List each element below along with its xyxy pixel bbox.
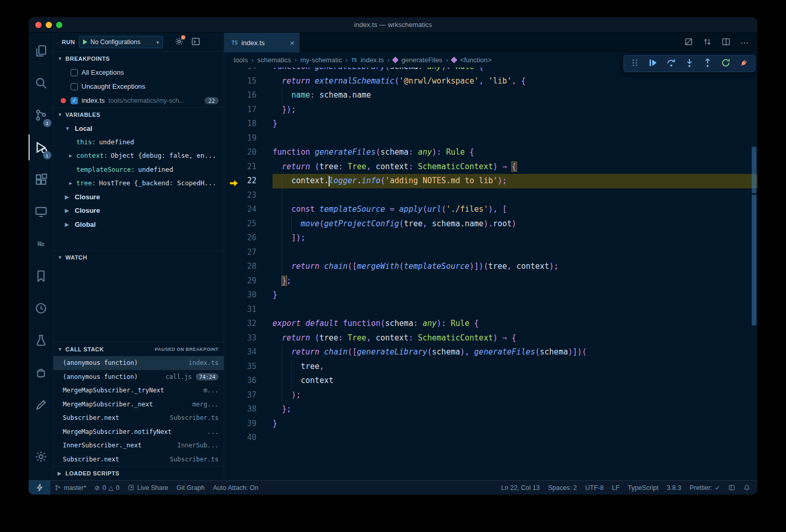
gutter[interactable]: 40 [224,431,273,445]
breadcrumb-item[interactable]: my-schematic [301,56,342,64]
line-number[interactable]: 17 [224,103,256,117]
code-line-content[interactable]: } [273,288,757,303]
run-debug-icon[interactable]: 1 [29,131,53,163]
checkbox[interactable]: ✓ [71,97,78,104]
line-number[interactable]: 37 [224,388,256,403]
step-into-button[interactable] [685,58,694,70]
loaded-scripts-section-header[interactable]: ▶ LOADED SCRIPTS [53,466,224,480]
cursor-position-item[interactable]: Ln 22, Col 13 [497,481,544,495]
code-line[interactable]: 29 }; [224,274,757,289]
variable-tree[interactable]: ▶ tree: HostTree {_backend: ScopedH... [53,176,224,190]
stack-frame[interactable]: MergeMapSubscriber._tryNext m... [53,384,224,398]
variables-scope-closure[interactable]: ▶ Closure [53,204,224,218]
code-line-content[interactable]: context [273,374,757,388]
timeline-clock-icon[interactable] [29,292,53,324]
step-out-button[interactable] [703,58,712,70]
variables-section-header[interactable]: ▼ VARIABLES [53,107,224,121]
variables-scope-closure[interactable]: ▶ Closure [53,190,224,204]
breadcrumb-item[interactable]: schematics [257,56,291,64]
gutter[interactable]: 17 [224,103,273,117]
scrollbar-decoration[interactable] [752,147,756,193]
code-line[interactable]: 36 context [224,374,757,388]
nx-console-icon[interactable]: N≥ [29,228,53,260]
code-line[interactable]: 31 [224,303,757,317]
line-number[interactable]: 19 [224,131,256,146]
settings-gear-icon[interactable] [29,441,53,473]
line-number[interactable]: 30 [224,288,256,303]
code-editor[interactable]: 14function generateLibrary(schema: any):… [224,67,757,480]
language-mode-item[interactable]: TypeScript [624,481,662,495]
line-number[interactable]: 25 [224,217,256,231]
code-line[interactable]: 25 move(getProjectConfig(tree, schema.na… [224,217,757,231]
line-number[interactable]: 14 [224,67,256,74]
code-line-content[interactable]: const templateSource = apply(url('./file… [273,202,757,217]
line-number[interactable]: 18 [224,117,256,131]
line-number[interactable]: 33 [224,331,256,346]
code-line-content[interactable]: ); [273,388,757,403]
gutter[interactable]: 33 [224,331,273,346]
code-line[interactable]: 21 return (tree: Tree, context: Schemati… [224,160,757,174]
continue-button[interactable] [648,58,658,70]
breakpoint-uncaught-exceptions[interactable]: Uncaught Exceptions [53,79,224,93]
open-debug-console-icon[interactable] [191,37,200,48]
breakpoints-section-header[interactable]: ▼ BREAKPOINTS [53,51,224,65]
gutter[interactable]: 25 [224,217,273,231]
line-number[interactable]: 16 [224,88,256,103]
scrollbar-decoration[interactable] [752,195,756,325]
line-number[interactable]: 36 [224,374,256,388]
watch-section-header[interactable]: ▼ WATCH [53,250,224,264]
line-number[interactable]: 40 [224,431,256,445]
breadcrumb-item[interactable]: tools [234,56,248,64]
code-line[interactable]: 34 return chain([generateLibrary(schema)… [224,345,757,360]
line-number[interactable]: 35 [224,360,256,374]
code-line[interactable]: 23 [224,188,757,203]
gutter[interactable]: 26 [224,231,273,245]
code-line-content[interactable] [273,131,757,146]
pen-icon[interactable] [29,389,53,421]
tab-index-ts[interactable]: TS index.ts × [224,33,300,52]
code-line-content[interactable]: export default function(schema: any): Ru… [273,317,757,331]
code-line[interactable]: 32export default function(schema: any): … [224,317,757,331]
code-line[interactable]: 30} [224,288,757,303]
variable-this[interactable]: this: undefined [53,135,224,149]
gutter[interactable]: 37 [224,388,273,403]
line-number[interactable]: 39 [224,417,256,431]
line-number[interactable]: 20 [224,145,256,160]
extensions-icon[interactable] [29,163,53,196]
gutter[interactable]: 36 [224,374,273,388]
breakpoint-index-ts[interactable]: ✓ index.ts tools/schematics/my-sch... 22 [53,93,224,107]
launch-config-dropdown[interactable]: No Configurations ▾ [79,36,163,48]
gutter[interactable]: 30 [224,288,273,303]
code-line-content[interactable]: } [273,117,757,131]
remote-indicator[interactable] [29,481,50,495]
gutter[interactable]: 22 [224,174,273,188]
code-line[interactable]: 28 return chain([mergeWith(templateSourc… [224,260,757,274]
code-line-content[interactable] [273,303,757,317]
code-line-content[interactable]: }; [273,274,757,289]
code-line[interactable]: 38 }; [224,402,757,417]
gutter[interactable]: 24 [224,202,273,217]
start-debug-icon[interactable] [83,39,87,45]
code-line[interactable]: 18} [224,117,757,131]
code-line[interactable]: 17 }); [224,103,757,117]
code-line-content[interactable]: name: schema.name [273,88,757,103]
variables-scope-local[interactable]: ▼ Local [53,121,224,135]
git-branch-item[interactable]: master* [50,481,90,495]
test-beaker-icon[interactable] [29,324,53,357]
code-line[interactable]: 20function generateFiles(schema: any): R… [224,145,757,160]
stack-frame[interactable]: Subscriber.next Subscriber.ts [53,453,224,467]
stack-frame[interactable]: MergeMapSubscriber.notifyNext ... [53,425,224,439]
line-number[interactable]: 21 [224,160,256,174]
code-line-content[interactable]: move(getProjectConfig(tree, schema.name)… [273,217,757,231]
stack-frame[interactable]: MergeMapSubscriber._next merg... [53,398,224,412]
code-line-content[interactable]: }; [273,402,757,417]
gutter[interactable]: 21 [224,160,273,174]
line-number[interactable]: 23 [224,188,256,203]
variable-templatesource[interactable]: templateSource: undefined [53,162,224,176]
line-number[interactable]: 15 [224,74,256,89]
gutter[interactable]: 19 [224,131,273,146]
gutter[interactable]: 23 [224,188,273,203]
gutter[interactable]: 29 [224,274,273,289]
code-line[interactable]: 39} [224,417,757,431]
gutter[interactable]: 39 [224,417,273,431]
